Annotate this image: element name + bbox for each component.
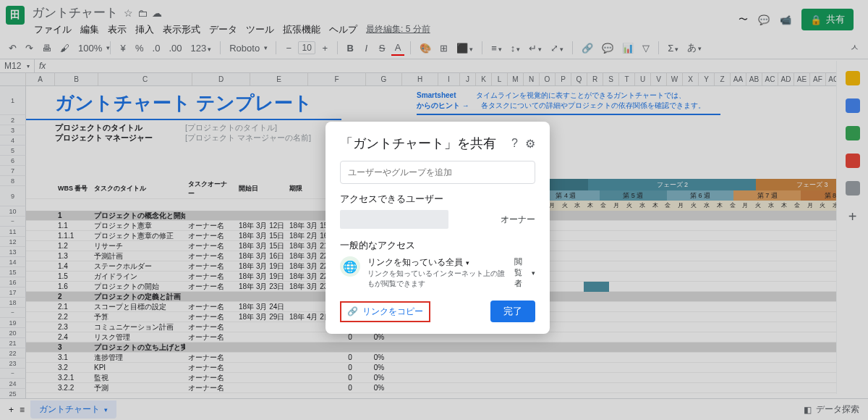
people-input[interactable] [340, 161, 535, 184]
general-label: 一般的なアクセス [340, 239, 535, 252]
viewer-role[interactable]: 閲覧者 ▾ [514, 256, 535, 289]
chevron-down-icon[interactable]: ▾ [466, 259, 469, 266]
share-dialog: 「ガントチャート」を共有 ? ⚙ アクセスできるユーザー オーナー 一般的なアク… [326, 122, 550, 334]
owner-role: オーナー [501, 214, 535, 226]
link-desc: リンクを知っているインターネット上の誰もが閲覧できます [367, 269, 507, 289]
help-icon[interactable]: ? [511, 137, 518, 151]
globe-icon: 🌐 [340, 256, 360, 277]
owner-chip [340, 210, 448, 229]
copy-link-label: リンクをコピー [362, 306, 423, 318]
copy-link-button[interactable]: 🔗 リンクをコピー [340, 301, 430, 322]
gear-icon[interactable]: ⚙ [525, 137, 535, 151]
access-label: アクセスできるユーザー [340, 193, 535, 206]
link-icon: 🔗 [347, 306, 358, 316]
link-anyone[interactable]: リンクを知っている全員 [367, 256, 463, 269]
dialog-title: 「ガントチャート」を共有 [340, 135, 496, 152]
viewer-label: 閲覧者 [514, 256, 530, 289]
done-button[interactable]: 完了 [490, 301, 535, 322]
